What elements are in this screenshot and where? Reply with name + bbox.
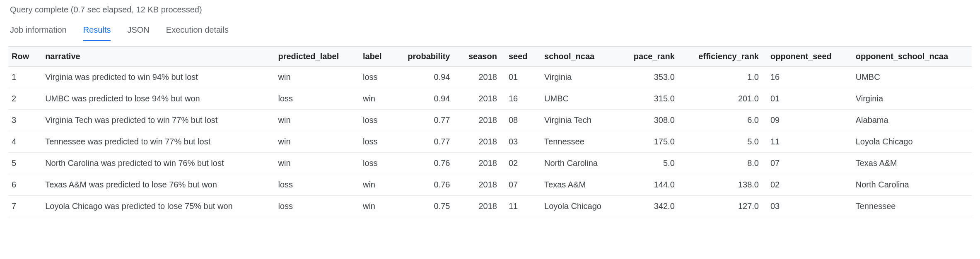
cell-predicted_label: win	[273, 110, 357, 131]
cell-opponent_seed: 16	[765, 67, 850, 88]
column-header-seed: seed	[503, 47, 538, 67]
cell-efficiency_rank: 8.0	[681, 153, 765, 174]
tab-job-information[interactable]: Job information	[10, 23, 67, 41]
cell-seed: 11	[503, 196, 538, 217]
cell-predicted_label: win	[273, 67, 357, 88]
cell-pace_rank: 315.0	[619, 88, 681, 110]
cell-pace_rank: 144.0	[619, 174, 681, 196]
column-header-predicted_label: predicted_label	[273, 47, 357, 67]
cell-opponent_school_ncaa: Loyola Chicago	[850, 131, 972, 153]
column-header-probability: probability	[393, 47, 456, 67]
cell-season: 2018	[456, 110, 502, 131]
cell-efficiency_rank: 127.0	[681, 196, 765, 217]
cell-narrative: Virginia was predicted to win 94% but lo…	[39, 67, 272, 88]
cell-probability: 0.76	[393, 174, 456, 196]
cell-label: loss	[357, 131, 393, 153]
cell-probability: 0.94	[393, 67, 456, 88]
cell-seed: 16	[503, 88, 538, 110]
cell-label: win	[357, 174, 393, 196]
cell-seed: 02	[503, 153, 538, 174]
cell-opponent_seed: 09	[765, 110, 850, 131]
cell-row: 4	[8, 131, 39, 153]
cell-season: 2018	[456, 67, 502, 88]
cell-pace_rank: 353.0	[619, 67, 681, 88]
cell-label: win	[357, 88, 393, 110]
cell-probability: 0.94	[393, 88, 456, 110]
tab-results[interactable]: Results	[83, 23, 111, 41]
cell-pace_rank: 175.0	[619, 131, 681, 153]
cell-seed: 08	[503, 110, 538, 131]
column-header-pace_rank: pace_rank	[619, 47, 681, 67]
results-tabs: Job informationResultsJSONExecution deta…	[8, 23, 972, 41]
cell-opponent_seed: 03	[765, 196, 850, 217]
cell-opponent_school_ncaa: Virginia	[850, 88, 972, 110]
cell-row: 7	[8, 196, 39, 217]
cell-predicted_label: loss	[273, 174, 357, 196]
cell-opponent_seed: 02	[765, 174, 850, 196]
cell-narrative: North Carolina was predicted to win 76% …	[39, 153, 272, 174]
column-header-season: season	[456, 47, 502, 67]
cell-opponent_school_ncaa: Tennessee	[850, 196, 972, 217]
cell-label: loss	[357, 110, 393, 131]
cell-efficiency_rank: 6.0	[681, 110, 765, 131]
column-header-efficiency_rank: efficiency_rank	[681, 47, 765, 67]
table-row: 7Loyola Chicago was predicted to lose 75…	[8, 196, 972, 217]
cell-season: 2018	[456, 88, 502, 110]
table-header-row: Rownarrativepredicted_labellabelprobabil…	[8, 47, 972, 67]
table-row: 1Virginia was predicted to win 94% but l…	[8, 67, 972, 88]
cell-probability: 0.75	[393, 196, 456, 217]
table-row: 4Tennessee was predicted to win 77% but …	[8, 131, 972, 153]
cell-probability: 0.77	[393, 131, 456, 153]
tab-json[interactable]: JSON	[127, 23, 149, 41]
table-row: 5North Carolina was predicted to win 76%…	[8, 153, 972, 174]
cell-row: 6	[8, 174, 39, 196]
table-row: 3Virginia Tech was predicted to win 77% …	[8, 110, 972, 131]
cell-seed: 01	[503, 67, 538, 88]
cell-probability: 0.76	[393, 153, 456, 174]
table-body: 1Virginia was predicted to win 94% but l…	[8, 67, 972, 217]
cell-row: 5	[8, 153, 39, 174]
tab-execution-details[interactable]: Execution details	[166, 23, 229, 41]
results-table: Rownarrativepredicted_labellabelprobabil…	[8, 46, 972, 217]
cell-season: 2018	[456, 131, 502, 153]
cell-row: 2	[8, 88, 39, 110]
cell-predicted_label: loss	[273, 196, 357, 217]
cell-season: 2018	[456, 174, 502, 196]
cell-row: 1	[8, 67, 39, 88]
cell-pace_rank: 5.0	[619, 153, 681, 174]
column-header-row: Row	[8, 47, 39, 67]
cell-narrative: Virginia Tech was predicted to win 77% b…	[39, 110, 272, 131]
cell-efficiency_rank: 5.0	[681, 131, 765, 153]
cell-narrative: Texas A&M was predicted to lose 76% but …	[39, 174, 272, 196]
table-row: 2UMBC was predicted to lose 94% but wonl…	[8, 88, 972, 110]
cell-pace_rank: 308.0	[619, 110, 681, 131]
cell-efficiency_rank: 138.0	[681, 174, 765, 196]
cell-school_ncaa: UMBC	[538, 88, 619, 110]
cell-school_ncaa: Virginia	[538, 67, 619, 88]
cell-opponent_school_ncaa: North Carolina	[850, 174, 972, 196]
cell-seed: 03	[503, 131, 538, 153]
cell-opponent_school_ncaa: Alabama	[850, 110, 972, 131]
cell-opponent_seed: 01	[765, 88, 850, 110]
cell-season: 2018	[456, 153, 502, 174]
column-header-opponent_seed: opponent_seed	[765, 47, 850, 67]
cell-predicted_label: win	[273, 131, 357, 153]
cell-predicted_label: win	[273, 153, 357, 174]
cell-efficiency_rank: 1.0	[681, 67, 765, 88]
cell-efficiency_rank: 201.0	[681, 88, 765, 110]
cell-school_ncaa: Texas A&M	[538, 174, 619, 196]
cell-label: loss	[357, 153, 393, 174]
cell-label: loss	[357, 67, 393, 88]
cell-seed: 07	[503, 174, 538, 196]
cell-school_ncaa: North Carolina	[538, 153, 619, 174]
cell-opponent_school_ncaa: UMBC	[850, 67, 972, 88]
cell-predicted_label: loss	[273, 88, 357, 110]
cell-narrative: Tennessee was predicted to win 77% but l…	[39, 131, 272, 153]
column-header-narrative: narrative	[39, 47, 272, 67]
cell-label: win	[357, 196, 393, 217]
query-status: Query complete (0.7 sec elapsed, 12 KB p…	[8, 5, 972, 14]
cell-narrative: UMBC was predicted to lose 94% but won	[39, 88, 272, 110]
cell-opponent_seed: 11	[765, 131, 850, 153]
column-header-label: label	[357, 47, 393, 67]
column-header-opponent_school_ncaa: opponent_school_ncaa	[850, 47, 972, 67]
